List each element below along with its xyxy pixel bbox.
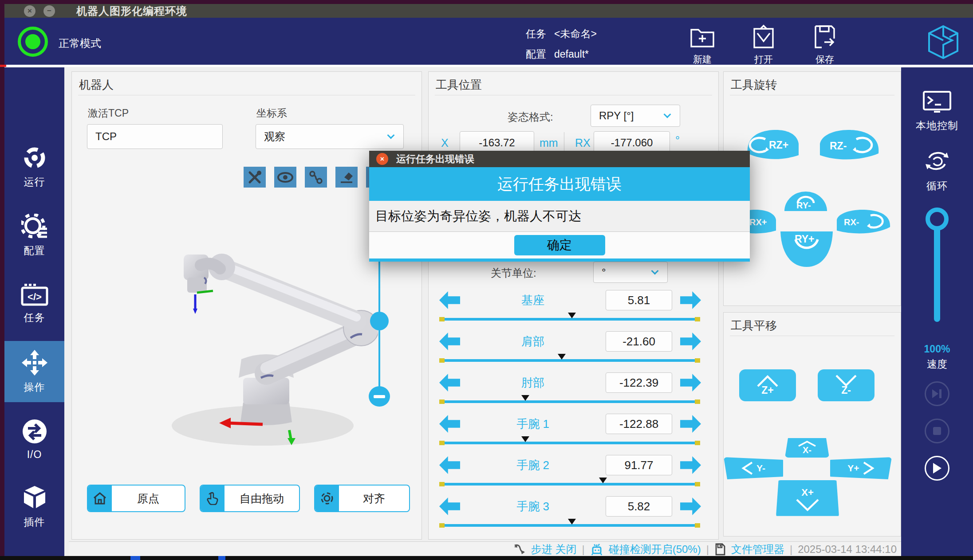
mode-label: 正常模式 <box>59 36 101 51</box>
step-mode-icon <box>513 543 526 556</box>
dialog-titlebar: × 运行任务出现错误 <box>369 151 750 167</box>
local-control-button[interactable]: 本地控制 <box>901 90 973 133</box>
gear-list-icon <box>21 214 48 239</box>
free-drag-button[interactable]: 自由拖动 <box>200 485 300 512</box>
view-zoom-slider-knob[interactable] <box>370 312 389 330</box>
x-minus-button[interactable]: X- <box>785 438 829 458</box>
eraser-icon <box>339 170 354 184</box>
zoom-out-button[interactable] <box>369 386 390 407</box>
joint-unit-label: 关节单位: <box>491 266 536 280</box>
tool-frame-axes <box>193 291 213 314</box>
y-plus-button[interactable]: Y+ <box>830 457 892 479</box>
x-plus-button[interactable]: X+ <box>776 480 839 518</box>
home-button[interactable]: 原点 <box>87 485 185 512</box>
ry-minus-button[interactable]: RY- <box>783 188 829 212</box>
joint-value-input[interactable]: -122.39 <box>606 372 672 393</box>
joint-plus-button[interactable] <box>680 374 701 392</box>
tool-translation-panel: 工具平移 Z+ Z- X- Y- Y+ X+ <box>723 312 901 537</box>
joint-plus-button[interactable] <box>680 291 701 309</box>
pose-format-select[interactable]: RPY [°] <box>591 105 680 127</box>
config-label: 配置 <box>526 48 546 60</box>
ry-plus-button[interactable]: RY+ <box>779 229 835 269</box>
view-visibility-button[interactable] <box>274 167 296 188</box>
window-minimize-button[interactable]: − <box>43 5 55 17</box>
step-status[interactable]: 步进 关闭 <box>531 542 577 556</box>
frame-select[interactable]: 观察 <box>256 124 404 149</box>
stop-button[interactable] <box>925 419 949 443</box>
rx-axis-label: RX <box>575 137 591 149</box>
joint-minus-button[interactable] <box>439 291 460 309</box>
speed-slider-knob[interactable] <box>926 208 949 231</box>
datetime-display: 2025-03-14 13:44:10 <box>798 543 897 556</box>
save-floppy-icon <box>800 23 849 51</box>
loop-button[interactable]: 循环 <box>901 148 973 193</box>
view-path-button[interactable] <box>305 167 327 188</box>
window-close-button[interactable]: × <box>24 5 35 17</box>
error-dialog: × 运行任务出现错误 运行任务出现错误 目标位姿为奇异位姿，机器人不可达 确定 <box>369 151 750 262</box>
sidebar-item-config[interactable]: 配置 <box>4 205 64 266</box>
joint-minus-button[interactable] <box>439 497 460 515</box>
joint-minus-button[interactable] <box>439 333 460 350</box>
config-value: default* <box>554 48 589 60</box>
speed-slider-track[interactable] <box>934 230 940 322</box>
rz-minus-button[interactable]: RZ- <box>818 128 881 162</box>
save-task-button[interactable]: 保存 <box>800 23 849 66</box>
joint-unit-select[interactable]: ° <box>593 262 668 283</box>
z-plus-button[interactable]: Z+ <box>739 369 796 401</box>
joint-value-input[interactable]: -122.88 <box>606 414 672 434</box>
joint-slider[interactable] <box>439 316 700 322</box>
sidebar-item-plugin[interactable]: 插件 <box>4 476 64 537</box>
tool-translation-title: 工具平移 <box>731 318 777 333</box>
left-sidebar: 运行 配置 </> 任务 操作 I/O 插件 F88A <box>4 67 64 560</box>
rz-plus-button[interactable]: RZ+ <box>745 128 800 161</box>
view-tools-button[interactable] <box>244 167 266 188</box>
stop-icon <box>933 427 941 435</box>
joint-plus-button[interactable] <box>680 456 701 474</box>
align-button[interactable]: 对齐 <box>314 485 410 512</box>
z-minus-button[interactable]: Z- <box>818 369 875 401</box>
open-task-button[interactable]: 打开 <box>739 23 788 66</box>
play-button[interactable] <box>925 456 949 481</box>
joint-plus-button[interactable] <box>680 497 701 515</box>
joint-plus-button[interactable] <box>680 333 701 350</box>
view-erase-button[interactable] <box>335 167 358 188</box>
robot-3d-view[interactable] <box>156 245 378 453</box>
mode-indicator-icon <box>18 27 48 57</box>
sidebar-item-task[interactable]: </> 任务 <box>4 273 64 334</box>
y-minus-button[interactable]: Y- <box>724 457 783 479</box>
sidebar-item-run[interactable]: 运行 <box>4 136 64 197</box>
joint-value-input[interactable]: 5.82 <box>606 496 672 517</box>
joint-slider[interactable] <box>439 357 700 364</box>
joint-value-input[interactable]: -21.60 <box>606 331 672 352</box>
step-button[interactable] <box>925 381 949 406</box>
joint-minus-button[interactable] <box>439 456 460 474</box>
joint-slider[interactable] <box>439 522 700 529</box>
dialog-close-button[interactable]: × <box>376 153 388 165</box>
joint-plus-button[interactable] <box>680 415 701 433</box>
joint-minus-button[interactable] <box>439 374 460 392</box>
active-tcp-select[interactable]: TCP <box>87 124 223 149</box>
file-manager-link[interactable]: 文件管理器 <box>731 542 784 556</box>
joint-slider[interactable] <box>439 399 700 405</box>
rx-minus-button[interactable]: RX- <box>835 208 893 236</box>
dialog-ok-button[interactable]: 确定 <box>514 235 605 255</box>
joint-row-wrist1: 手腕 1 -122.88 <box>439 412 701 450</box>
new-task-button[interactable]: 新建 <box>678 23 727 66</box>
sidebar-item-io[interactable]: I/O <box>4 409 64 470</box>
collision-status[interactable]: 碰撞检测开启(50%) <box>609 542 701 556</box>
joint-row-shoulder: 肩部 -21.60 <box>439 330 701 368</box>
joint-value-input[interactable]: 91.77 <box>606 455 672 475</box>
speed-label: 速度 <box>901 357 973 371</box>
file-manager-icon <box>714 543 726 556</box>
application-window: × − 机器人图形化编程环境 正常模式 任务<未命名> 配置default* 新… <box>0 0 973 560</box>
joint-value-input[interactable]: 5.81 <box>606 290 672 310</box>
joint-slider[interactable] <box>439 440 700 446</box>
sidebar-item-operate[interactable]: 操作 <box>4 341 64 402</box>
chevron-down-icon <box>387 132 395 139</box>
joint-minus-button[interactable] <box>439 415 460 433</box>
dialog-footer: 确定 <box>369 232 750 258</box>
rx-unit-label: ° <box>675 134 680 147</box>
header-separator-red-mark <box>0 65 6 67</box>
collision-robot-icon <box>590 543 603 556</box>
joint-slider[interactable] <box>439 481 700 487</box>
